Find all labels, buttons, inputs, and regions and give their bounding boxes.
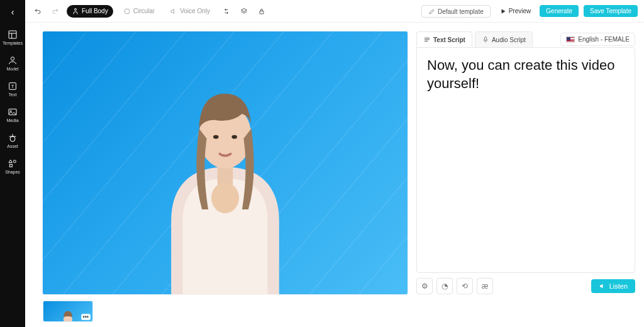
layers-button[interactable] <box>238 5 250 18</box>
listen-button[interactable]: Listen <box>591 279 635 293</box>
back-button[interactable]: ‹ <box>11 5 14 21</box>
lines-icon <box>423 36 431 43</box>
scene-thumb-preview <box>53 303 83 321</box>
templates-icon <box>8 30 18 40</box>
speed-icon: ◔ <box>441 282 448 291</box>
script-panel: Text Script Audio Script English - FEMAL… <box>416 31 635 294</box>
workspace: Text Script Audio Script English - FEMAL… <box>25 23 644 299</box>
mode-circular[interactable]: Circular <box>118 5 160 18</box>
script-speed-button[interactable]: ◔ <box>436 278 453 294</box>
sidebar-label: Model <box>6 67 18 71</box>
swap-button[interactable] <box>220 5 233 18</box>
gear-icon: ⚙ <box>421 282 428 291</box>
mode-full-body[interactable]: Full Body <box>67 5 113 18</box>
tab-label: Text Script <box>433 36 465 43</box>
template-name: Default template <box>438 8 484 15</box>
template-name-input[interactable]: Default template <box>421 5 491 18</box>
canvas-wrap <box>43 31 408 294</box>
svg-point-16 <box>213 135 219 139</box>
phoneme-icon: æ <box>482 282 489 291</box>
mode-voice-only[interactable]: Voice Only <box>165 5 215 18</box>
preview-label: Preview <box>509 8 531 14</box>
undo-icon <box>34 8 42 15</box>
lock-icon <box>258 8 265 15</box>
sidebar-item-shapes[interactable]: Shapes <box>5 157 20 176</box>
svg-rect-10 <box>9 164 12 167</box>
redo-button[interactable] <box>49 5 62 18</box>
text-icon: T <box>8 81 18 91</box>
avatar-model <box>126 63 323 294</box>
script-history-button[interactable]: ⟲ <box>457 278 473 294</box>
svg-rect-22 <box>484 37 486 41</box>
person-icon <box>72 8 79 15</box>
svg-point-3 <box>11 57 14 60</box>
tab-audio-script[interactable]: Audio Script <box>475 31 533 47</box>
swap-icon <box>223 8 230 15</box>
mode-label: Voice Only <box>180 8 210 14</box>
sidebar-label: Media <box>6 118 18 123</box>
preview-button[interactable]: Preview <box>496 5 535 18</box>
sidebar-item-templates[interactable]: Templates <box>3 28 23 47</box>
history-icon: ⟲ <box>462 282 468 291</box>
svg-point-17 <box>231 135 237 139</box>
language-selector[interactable]: English - FEMALE <box>560 33 635 46</box>
sidebar: ‹ Templates Model T Text Media Asset Sha… <box>0 0 25 327</box>
pencil-icon <box>428 8 436 15</box>
script-textarea[interactable]: Now, you can create this video yourself! <box>416 47 635 273</box>
top-toolbar: Full Body Circular Voice Only Default te… <box>25 0 644 23</box>
undo-button[interactable] <box>31 5 44 18</box>
sidebar-item-asset[interactable]: Asset <box>7 131 18 150</box>
script-footer: ⚙ ◔ ⟲ æ Listen <box>416 273 635 294</box>
flag-us-icon <box>566 36 575 43</box>
svg-rect-13 <box>260 11 264 14</box>
scene-strip: ••• <box>25 299 644 327</box>
main-column: Full Body Circular Voice Only Default te… <box>25 0 644 327</box>
generate-button[interactable]: Generate <box>540 5 579 17</box>
app-root: ‹ Templates Model T Text Media Asset Sha… <box>0 0 644 327</box>
lock-button[interactable] <box>255 5 268 18</box>
shapes-icon <box>8 158 18 169</box>
media-icon <box>8 107 18 117</box>
sidebar-label: Shapes <box>5 170 20 174</box>
scene-thumbnail[interactable]: ••• <box>43 301 93 322</box>
sidebar-item-text[interactable]: T Text <box>8 79 18 99</box>
mic-icon <box>482 36 489 43</box>
listen-label: Listen <box>609 282 628 290</box>
language-label: English - FEMALE <box>578 36 630 43</box>
sound-icon <box>170 8 177 15</box>
circle-icon <box>123 8 131 15</box>
script-settings-button[interactable]: ⚙ <box>416 278 433 294</box>
script-phoneme-button[interactable]: æ <box>477 278 493 294</box>
tab-text-script[interactable]: Text Script <box>416 31 472 47</box>
svg-rect-0 <box>9 31 16 38</box>
scene-menu-button[interactable]: ••• <box>81 314 91 320</box>
play-icon <box>499 8 507 15</box>
sidebar-item-media[interactable]: Media <box>6 105 18 125</box>
script-tabs: Text Script Audio Script English - FEMAL… <box>416 31 635 47</box>
mode-label: Circular <box>133 8 155 14</box>
model-icon <box>8 55 18 65</box>
svg-point-9 <box>13 160 16 163</box>
sidebar-item-model[interactable]: Model <box>6 53 18 73</box>
svg-marker-8 <box>9 160 12 163</box>
save-template-button[interactable]: Save Template <box>584 5 638 17</box>
sidebar-label: Text <box>9 92 17 97</box>
layers-icon <box>240 8 248 15</box>
video-canvas[interactable] <box>43 31 408 294</box>
mode-label: Full Body <box>82 8 108 14</box>
sidebar-label: Templates <box>3 41 23 45</box>
svg-point-12 <box>125 9 130 14</box>
avatar-illustration <box>126 63 323 294</box>
tab-label: Audio Script <box>492 36 526 43</box>
speaker-icon <box>599 282 606 290</box>
svg-text:T: T <box>11 84 14 89</box>
svg-point-18 <box>211 182 239 213</box>
svg-point-11 <box>75 8 77 10</box>
asset-icon <box>8 133 18 143</box>
redo-icon <box>52 8 59 15</box>
sidebar-label: Asset <box>7 144 18 148</box>
